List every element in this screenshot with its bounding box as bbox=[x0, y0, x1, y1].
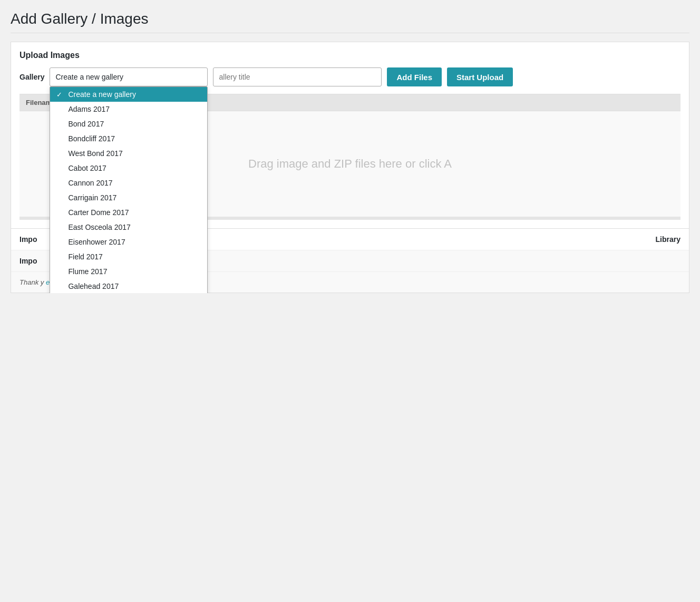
dropdown-item[interactable]: Bond 2017 bbox=[50, 116, 207, 131]
from-library-label: Library bbox=[656, 235, 680, 244]
dropdown-item-label: Carrigain 2017 bbox=[68, 193, 116, 202]
dropdown-item-label: Galehead 2017 bbox=[68, 282, 119, 290]
start-upload-button[interactable]: Start Upload bbox=[447, 67, 513, 86]
dropdown-item-label: West Bond 2017 bbox=[68, 149, 122, 158]
dropdown-item-label: Eisenhower 2017 bbox=[68, 238, 125, 246]
dropdown-item[interactable]: Carrigain 2017 bbox=[50, 190, 207, 205]
gallery-label: Gallery bbox=[20, 73, 44, 81]
dropdown-item[interactable]: West Bond 2017 bbox=[50, 146, 207, 161]
dropdown-item[interactable]: ✓Create a new gallery bbox=[50, 87, 207, 102]
dropdown-item-label: Create a new gallery bbox=[68, 90, 135, 99]
dropdown-item-label: Cannon 2017 bbox=[68, 179, 112, 187]
dropdown-item-label: Flume 2017 bbox=[68, 267, 107, 276]
add-files-button[interactable]: Add Files bbox=[387, 67, 442, 86]
gallery-dropdown[interactable]: ✓Create a new galleryAdams 2017Bond 2017… bbox=[50, 86, 208, 293]
dropdown-item[interactable]: Adams 2017 bbox=[50, 102, 207, 116]
dropdown-item[interactable]: Cannon 2017 bbox=[50, 176, 207, 190]
selected-gallery-text: Create a new gallery bbox=[55, 73, 123, 81]
dropdown-item[interactable]: Eisenhower 2017 bbox=[50, 235, 207, 249]
dropdown-item-label: East Osceola 2017 bbox=[68, 223, 130, 231]
gallery-select-wrapper[interactable]: Create a new gallery ✓Create a new galle… bbox=[50, 67, 208, 86]
gallery-row: Gallery Create a new gallery ✓Create a n… bbox=[20, 67, 680, 86]
dropdown-item-label: Adams 2017 bbox=[68, 105, 110, 113]
dropdown-item[interactable]: Cabot 2017 bbox=[50, 161, 207, 176]
dropdown-item[interactable]: East Osceola 2017 bbox=[50, 220, 207, 235]
dropdown-item[interactable]: Field 2017 bbox=[50, 249, 207, 264]
gallery-select-display[interactable]: Create a new gallery bbox=[50, 67, 208, 86]
dropdown-item[interactable]: Flume 2017 bbox=[50, 264, 207, 279]
dropdown-item-label: Field 2017 bbox=[68, 253, 102, 261]
drop-zone-text: Drag image and ZIP files here or click A bbox=[248, 157, 452, 171]
checkmark-icon: ✓ bbox=[56, 91, 65, 99]
import-row2-label: Impo bbox=[20, 257, 37, 265]
import-from-label: Impo bbox=[20, 235, 37, 244]
dropdown-item-label: Bondcliff 2017 bbox=[68, 134, 114, 143]
upload-section: Upload Images Gallery Create a new galle… bbox=[11, 42, 689, 229]
dropdown-item-label: Bond 2017 bbox=[68, 120, 104, 128]
dropdown-item[interactable]: Carter Dome 2017 bbox=[50, 205, 207, 220]
thank-you-text: Thank y bbox=[20, 278, 44, 286]
dropdown-item[interactable]: Galehead 2017 bbox=[50, 279, 207, 293]
dropdown-item-label: Carter Dome 2017 bbox=[68, 208, 129, 217]
upload-images-title: Upload Images bbox=[20, 51, 680, 60]
dropdown-item[interactable]: Bondcliff 2017 bbox=[50, 131, 207, 146]
gallery-title-input[interactable] bbox=[213, 67, 382, 86]
page-title: Add Gallery / Images bbox=[11, 11, 689, 33]
dropdown-item-label: Cabot 2017 bbox=[68, 164, 106, 172]
